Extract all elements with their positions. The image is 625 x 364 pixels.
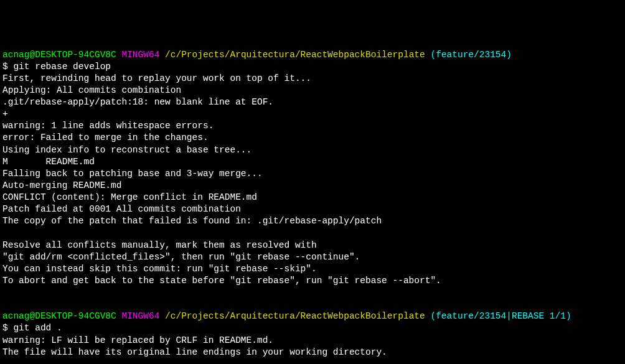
output-line: First, rewinding head to replay your wor… xyxy=(2,73,623,85)
prompt-line: acnag@DESKTOP-94CGV8C MINGW64 /c/Project… xyxy=(2,310,623,322)
prompt-line: acnag@DESKTOP-94CGV8C MINGW64 /c/Project… xyxy=(2,49,623,61)
output-line xyxy=(2,227,623,239)
output-line: Falling back to patching base and 3-way … xyxy=(2,168,623,180)
output-line xyxy=(2,287,623,299)
output-line: Using index info to reconstruct a base t… xyxy=(2,144,623,156)
command-line[interactable]: $ git rebase develop xyxy=(2,61,623,73)
user-host: acnag@DESKTOP-94CGV8C xyxy=(2,311,116,321)
output-line: CONFLICT (content): Merge conflict in RE… xyxy=(2,192,623,203)
output-line: Applying: All commits combination xyxy=(2,85,623,96)
output-line: Auto-merging README.md xyxy=(2,180,623,192)
working-directory: /c/Projects/Arquitectura/ReactWebpackBoi… xyxy=(165,311,425,321)
output-line: The file will have its original line end… xyxy=(2,347,623,358)
output-line: "git add/rm <conflicted_files>", then ru… xyxy=(2,251,623,263)
shell-env: MINGW64 xyxy=(121,50,159,60)
output-line: + xyxy=(2,108,623,120)
output-line: The copy of the patch that failed is fou… xyxy=(2,215,623,227)
output-line: warning: LF will be replaced by CRLF in … xyxy=(2,335,623,347)
output-line: error: Failed to merge in the changes. xyxy=(2,132,623,144)
command-line[interactable]: $ git add . xyxy=(2,322,623,334)
output-line: Patch failed at 0001 All commits combina… xyxy=(2,203,623,215)
output-line: You can instead skip this commit: run "g… xyxy=(2,263,623,275)
git-branch: (feature/23154|REBASE 1/1) xyxy=(430,311,571,321)
shell-env: MINGW64 xyxy=(121,311,159,321)
output-line: Resolve all conflicts manually, mark the… xyxy=(2,240,623,251)
git-branch: (feature/23154) xyxy=(430,50,512,60)
output-line: warning: 1 line adds whitespace errors. xyxy=(2,120,623,132)
command-text: git add . xyxy=(13,323,62,333)
output-line: M README.md xyxy=(2,156,623,168)
working-directory: /c/Projects/Arquitectura/ReactWebpackBoi… xyxy=(165,50,425,60)
output-line: To abort and get back to the state befor… xyxy=(2,275,623,287)
output-line xyxy=(2,299,623,310)
terminal-window[interactable]: acnag@DESKTOP-94CGV8C MINGW64 /c/Project… xyxy=(2,49,623,365)
output-line: .git/rebase-apply/patch:18: new blank li… xyxy=(2,96,623,108)
prompt-symbol: $ xyxy=(2,62,13,72)
user-host: acnag@DESKTOP-94CGV8C xyxy=(2,50,116,60)
command-text: git rebase develop xyxy=(13,62,111,72)
prompt-symbol: $ xyxy=(2,323,13,333)
output-line xyxy=(2,358,623,364)
